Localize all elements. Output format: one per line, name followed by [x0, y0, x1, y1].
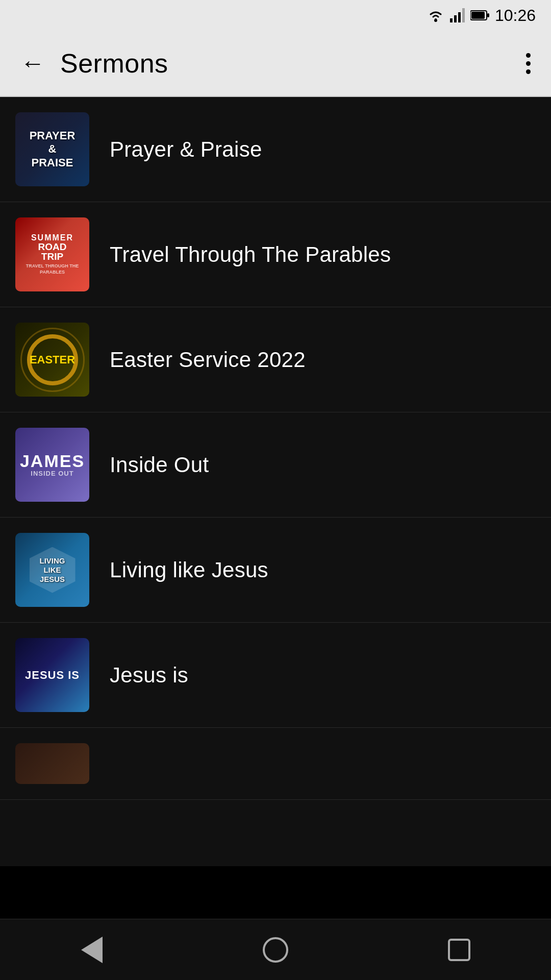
- living-hexagon: LIVINGLIKEJESUS: [30, 547, 76, 593]
- sermon-thumbnail: PRAYER&PRAISE: [15, 112, 89, 186]
- svg-rect-6: [471, 12, 485, 19]
- jesus-is-thumb-content: JESUS IS: [25, 670, 80, 681]
- thumbnail-label: PRAYER&PRAISE: [27, 126, 79, 173]
- app-bar: ← Sermons: [0, 31, 551, 97]
- sermon-title: Inside Out: [110, 453, 209, 477]
- svg-rect-7: [487, 13, 489, 17]
- sermon-title: Living like Jesus: [110, 558, 268, 582]
- dot-3: [526, 69, 531, 74]
- sermon-thumbnail: SUMMER ROAD TRIP TRAVEL THROUGH THE PARA…: [15, 217, 89, 291]
- nav-home-button[interactable]: [255, 929, 296, 970]
- nav-recent-icon: [448, 939, 470, 961]
- sermon-title: Prayer & Praise: [110, 137, 262, 162]
- list-item[interactable]: LIVINGLIKEJESUS Living like Jesus: [0, 518, 551, 623]
- easter-ring: EASTER: [27, 334, 78, 385]
- nav-recent-button[interactable]: [439, 929, 480, 970]
- sermon-thumbnail: LIVINGLIKEJESUS: [15, 533, 89, 607]
- svg-rect-2: [454, 15, 457, 22]
- signal-icon: [450, 8, 465, 22]
- battery-icon: [470, 10, 490, 21]
- travel-trip-label: TRIP: [19, 252, 85, 261]
- bottom-nav-bar: [0, 919, 551, 980]
- list-item[interactable]: SUMMER ROAD TRIP TRAVEL THROUGH THE PARA…: [0, 202, 551, 307]
- travel-road-label: ROAD: [19, 242, 85, 252]
- back-arrow-icon: ←: [20, 50, 45, 77]
- sermon-thumbnail: JAMES INSIDE OUT: [15, 428, 89, 502]
- james-thumb-content: JAMES INSIDE OUT: [20, 452, 85, 477]
- travel-summer-label: SUMMER: [19, 234, 85, 242]
- travel-sub-label: TRAVEL THROUGH THE PARABLES: [19, 263, 85, 275]
- svg-rect-1: [450, 18, 453, 22]
- sermon-title: Travel Through The Parables: [110, 242, 391, 267]
- sermon-list: PRAYER&PRAISE Prayer & Praise SUMMER ROA…: [0, 97, 551, 866]
- back-button[interactable]: ←: [15, 46, 50, 81]
- list-item[interactable]: [0, 728, 551, 800]
- svg-point-0: [434, 19, 437, 22]
- more-menu-button[interactable]: [521, 48, 536, 79]
- sermon-thumbnail: [15, 743, 89, 784]
- list-item[interactable]: PRAYER&PRAISE Prayer & Praise: [0, 97, 551, 202]
- list-item[interactable]: JAMES INSIDE OUT Inside Out: [0, 412, 551, 518]
- page-title: Sermons: [60, 48, 521, 79]
- list-item[interactable]: EASTER Easter Service 2022: [0, 307, 551, 412]
- nav-back-icon: [81, 937, 103, 963]
- travel-thumb-content: SUMMER ROAD TRIP TRAVEL THROUGH THE PARA…: [15, 230, 89, 279]
- sermon-title: Easter Service 2022: [110, 348, 306, 372]
- dot-1: [526, 53, 531, 58]
- dot-2: [526, 61, 531, 66]
- svg-rect-3: [458, 12, 461, 22]
- sermon-title: Jesus is: [110, 663, 188, 688]
- easter-inner-label: EASTER: [30, 353, 75, 366]
- sermon-thumbnail: JESUS IS: [15, 638, 89, 712]
- living-thumb-label: LIVINGLIKEJESUS: [36, 553, 68, 587]
- list-item[interactable]: JESUS IS Jesus is: [0, 623, 551, 728]
- jesus-is-label: JESUS IS: [25, 670, 80, 681]
- status-time: 10:26: [495, 6, 536, 25]
- bottom-padding: [0, 800, 551, 866]
- status-icons: 10:26: [427, 6, 536, 25]
- nav-back-button[interactable]: [71, 929, 112, 970]
- james-name-label: JAMES: [20, 452, 85, 470]
- wifi-icon: [427, 8, 445, 22]
- status-bar: 10:26: [0, 0, 551, 31]
- svg-rect-4: [462, 8, 465, 22]
- james-sub-label: INSIDE OUT: [20, 470, 85, 477]
- sermon-thumbnail: EASTER: [15, 323, 89, 397]
- nav-home-icon: [263, 937, 288, 963]
